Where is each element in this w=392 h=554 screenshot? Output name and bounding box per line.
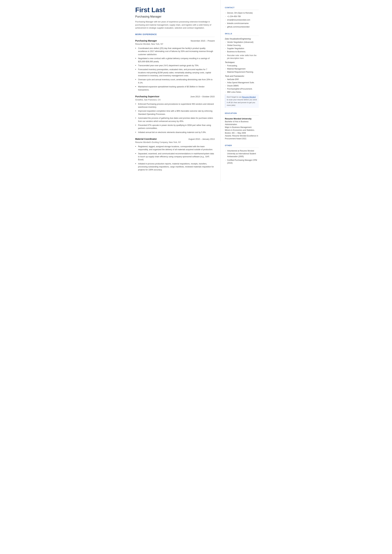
contact-section: CONTACT Denver, OH (Open to Remote)+1-23… — [225, 6, 259, 28]
job-block-1: Purchasing SupervisorJune 2013 – October… — [135, 95, 215, 134]
other-section-title: OTHER — [225, 144, 259, 148]
summary-text: Purchasing Manager with ten years of exp… — [135, 20, 215, 29]
job-bullet-0-5: Maintained expansive spreadsheet trackin… — [135, 85, 215, 91]
job-header-2: Material CoordinatorAugust 2010 – Januar… — [135, 137, 215, 141]
education-block: Resume Worded University Bachelor of Art… — [225, 117, 259, 140]
skill-item-g3-1: Ariba Spend Management Suite. — [225, 81, 259, 84]
job-bullet-1-3: Prevented 67% upscale in power stocks by… — [135, 124, 215, 130]
resume-page: First Last Purchasing Manager Purchasing… — [129, 0, 263, 181]
job-title-1: Purchasing Supervisor — [135, 95, 160, 98]
skill-item-g1-2: Supplier Negotiation — [225, 47, 259, 50]
job-title: Purchasing Manager — [135, 14, 215, 19]
job-bullets-1: Enforced Purchasing process and procedur… — [135, 103, 215, 134]
job-dates-2: August 2010 – January 2013 — [188, 138, 215, 141]
skills-recruiter-note: Recruiter note: enter skills from the jo… — [225, 54, 259, 60]
skills-category-2: Techniques: — [225, 61, 259, 64]
job-bullets-2: Registered, tagged, assigned storage loc… — [135, 145, 215, 171]
job-bullet-2-2: Initiated in-process production reports,… — [135, 162, 215, 171]
job-bullet-1-0: Enforced Purchasing process and procedur… — [135, 103, 215, 109]
edu-minor: Minors in Economics and Statistics. — [225, 129, 259, 132]
sidebar-column: CONTACT Denver, OH (Open to Remote)+1-23… — [221, 0, 263, 181]
contact-item-4: github.com/resumeworded — [225, 25, 259, 28]
skill-item-g1-3: Business-to-Business. — [225, 50, 259, 53]
contact-item-3: linkedin.com/in/username — [225, 22, 259, 25]
skills-category-3: Tools and Frameworks: — [225, 75, 259, 77]
edu-major: Major in Business Management. — [225, 126, 259, 129]
job-bullet-2-0: Registered, tagged, assigned storage loc… — [135, 145, 215, 151]
name-heading: First Last Purchasing Manager Purchasing… — [135, 6, 215, 29]
other-item-0: Volunteered at Resume Worded University … — [225, 149, 259, 158]
job-bullet-1-4: Initiated annual bid on electronic eleme… — [135, 131, 215, 134]
skill-item-g1-1: Global Sourcing. — [225, 44, 259, 47]
job-company-2: Resume Worded's Exciting Company, New Yo… — [135, 141, 215, 144]
skills-group-1: Vendor Negotiation (Advanced)Global Sour… — [225, 41, 259, 53]
job-bullet-0-1: Negotiated a new contract with a global … — [135, 57, 215, 63]
contact-item-2: email@resumeworded.com — [225, 19, 259, 21]
job-bullet-0-0: Coordinated zero defect (ZD) day that ca… — [135, 47, 215, 56]
skills-group-3: NetSuite ERP.Ariba Spend Management Suit… — [225, 78, 259, 93]
job-header-1: Purchasing SupervisorJune 2013 – October… — [135, 95, 215, 98]
edu-award: Awards: Resume Worded Excellence in Proc… — [225, 134, 259, 140]
contact-list: Denver, OH (Open to Remote)+1-234-456-78… — [225, 12, 259, 28]
skill-item-g2-1: Material Management — [225, 67, 259, 70]
contact-section-title: CONTACT — [225, 6, 259, 10]
skills-section: SKILLS Data Visualization/Engineering: V… — [225, 32, 259, 108]
skills-section-title: SKILLS — [225, 32, 259, 36]
job-title-0: Purchasing Manager — [135, 39, 157, 42]
edu-degree: Bachelor of Arts in Business Administrat… — [225, 120, 259, 126]
job-company-1: Growthsi, San Francisco, CA — [135, 98, 215, 101]
job-bullet-1-1: Improved requisition completion time wit… — [135, 110, 215, 116]
skill-item-g3-0: NetSuite ERP. — [225, 78, 259, 81]
edu-date: Boston, MA — May 2009 — [225, 132, 259, 134]
job-bullet-2-1: Separated, examined, and communicated re… — [135, 152, 215, 161]
jobs-container: Purchasing ManagerNovember 2015 – Presen… — [135, 39, 215, 171]
skill-item-g3-3: PurchasingNet eProcurement. — [225, 87, 259, 90]
skills-category-1: Data Visualization/Engineering: — [225, 37, 259, 40]
job-block-2: Material CoordinatorAugust 2010 – Januar… — [135, 137, 215, 171]
skill-item-g1-0: Vendor Negotiation (Advanced) — [225, 41, 259, 44]
other-item-1: Certified Purchasing Manager-CPM (2016) — [225, 159, 259, 164]
contact-item-0: Denver, OH (Open to Remote) — [225, 12, 259, 14]
job-company-0: Resume Worded, New York, NY — [135, 43, 215, 46]
job-dates-0: November 2015 – Present — [191, 39, 215, 42]
job-bullets-0: Coordinated zero defect (ZD) day that ca… — [135, 47, 215, 91]
contact-item-1: +1-234-456-789 — [225, 15, 259, 18]
job-bullet-0-2: Transcended year-over-year (YoY) departm… — [135, 64, 215, 67]
edu-university: Resume Worded University — [225, 117, 259, 120]
skills-group-2: Forecasting.Material ManagementMaterial … — [225, 64, 259, 73]
scan-note: Don't forget to use Resume Worded to sca… — [225, 94, 259, 108]
education-section: EDUCATION Resume Worded University Bache… — [225, 112, 259, 140]
resume-worded-link[interactable]: Resume Worded — [242, 96, 256, 98]
job-bullet-1-2: Automated the process of gathering due d… — [135, 117, 215, 123]
skill-item-g2-0: Forecasting. — [225, 64, 259, 67]
main-column: First Last Purchasing Manager Purchasing… — [129, 0, 221, 181]
job-title-2: Material Coordinator — [135, 137, 157, 141]
skill-item-g3-2: Oracle DBMS — [225, 84, 259, 87]
work-experience-section-title: WORK EXPERIENCE — [135, 33, 215, 37]
full-name: First Last — [135, 6, 215, 14]
skill-item-g3-4: IBM Lotus Notes. — [225, 91, 259, 93]
job-block-0: Purchasing ManagerNovember 2015 – Presen… — [135, 39, 215, 91]
other-list: Volunteered at Resume Worded University … — [225, 149, 259, 164]
other-section: OTHER Volunteered at Resume Worded Unive… — [225, 144, 259, 164]
education-section-title: EDUCATION — [225, 112, 259, 116]
job-header-0: Purchasing ManagerNovember 2015 – Presen… — [135, 39, 215, 42]
skill-item-g2-2: Material Requirement Planning. — [225, 70, 259, 73]
job-dates-1: June 2013 – October 2015 — [190, 95, 215, 98]
job-bullet-0-4: Oversaw cycle and annual inventory count… — [135, 78, 215, 84]
job-bullet-0-3: Forecasted inventory prerequisites, eval… — [135, 68, 215, 77]
